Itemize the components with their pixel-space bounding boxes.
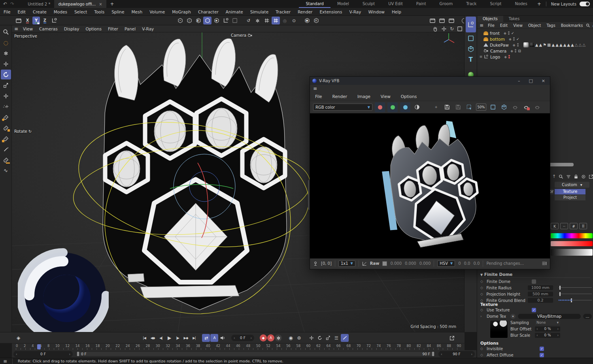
axis-x-button[interactable]: X: [24, 17, 31, 25]
tag-tri-o-icon[interactable]: △: [575, 43, 578, 47]
panel-tab-objects[interactable]: Objects: [477, 16, 503, 22]
render-last-icon[interactable]: [511, 103, 519, 111]
sketch-tool-icon[interactable]: ∿: [1, 166, 11, 175]
next-frame-button[interactable]: |▶: [174, 334, 181, 342]
add-tab-button[interactable]: +: [110, 1, 114, 7]
rotate-tool-icon[interactable]: [1, 70, 11, 79]
menu-modes[interactable]: Modes: [50, 9, 71, 14]
vfb-title-bar[interactable]: V-Ray VFB – □ ×: [310, 77, 550, 85]
green-channel-button[interactable]: [387, 102, 398, 112]
quantize-grid-icon[interactable]: [272, 17, 280, 25]
autokey-button[interactable]: A: [267, 334, 274, 341]
polygons-mode-icon[interactable]: ◧: [194, 17, 202, 25]
layer-icon[interactable]: ◈: [513, 43, 516, 47]
workspace-tab-sculpt[interactable]: Sculpt: [356, 0, 381, 8]
tag-checker-icon[interactable]: ▦: [547, 43, 551, 47]
tree-row-dukepaw[interactable]: DukePaw◈▲▲⚑▦▲▲▲▲▲▲△△△: [477, 42, 593, 48]
scale-tool-icon[interactable]: [1, 80, 11, 90]
lasso-selection-icon[interactable]: ◌: [1, 38, 11, 47]
transform-tool-icon[interactable]: [1, 91, 11, 101]
menu-render[interactable]: Render: [294, 9, 316, 14]
record-keyframe-button[interactable]: ◆: [260, 334, 267, 341]
slider-finite-radius[interactable]: [559, 286, 592, 290]
menu-select[interactable]: Select: [71, 9, 91, 14]
checkbox-finite-dome[interactable]: [532, 279, 536, 284]
layer-icon[interactable]: ◈: [510, 49, 513, 53]
menu-extensions[interactable]: Extensions: [316, 9, 346, 14]
menu-v-ray[interactable]: V-Ray: [346, 9, 364, 14]
pin-icon[interactable]: [313, 261, 318, 266]
tag-tri-icon[interactable]: ▲: [552, 43, 555, 47]
vfb-menu-render[interactable]: Render: [327, 94, 352, 99]
alpha-channel-icon[interactable]: [413, 103, 421, 111]
tag-tri-icon[interactable]: ▲: [535, 43, 538, 47]
tag-tri-icon[interactable]: ▲: [563, 43, 567, 47]
checkbox-affect-diffuse[interactable]: ✓: [540, 353, 544, 357]
menu-tools[interactable]: Tools: [91, 9, 108, 14]
axis-z-button[interactable]: Z: [41, 17, 49, 25]
add-workspace-button[interactable]: +: [534, 1, 544, 7]
vfb-menu-view[interactable]: View: [376, 94, 396, 99]
menu-simulate[interactable]: Simulate: [247, 9, 272, 14]
layer-icon[interactable]: ◈: [504, 55, 507, 59]
slider-projection-height[interactable]: [559, 292, 592, 296]
range-slider[interactable]: 0 F 90 F: [76, 351, 435, 356]
keyframe-rotation-icon[interactable]: [316, 334, 324, 342]
scrollbar-thumb[interactable]: [548, 163, 574, 166]
menu-tracker[interactable]: Tracker: [272, 9, 294, 14]
model-mode-icon[interactable]: [203, 17, 212, 25]
document-tab-untitled[interactable]: Untitled 2 *: [24, 0, 54, 8]
tab-texture[interactable]: Texture: [555, 189, 585, 194]
color-mode-dropdown[interactable]: HSV▼: [437, 260, 455, 267]
visibility-dots[interactable]: [517, 43, 519, 47]
keyframe-selection-icon[interactable]: [341, 334, 349, 342]
checkbox-invisible[interactable]: ✓: [540, 347, 544, 351]
snap-grid-icon[interactable]: [263, 17, 271, 25]
object-name[interactable]: front: [490, 31, 500, 36]
workspace-tab-track[interactable]: Track: [459, 0, 483, 8]
workspace-tab-nodes[interactable]: Nodes: [508, 0, 534, 8]
attr-filter-icon[interactable]: [566, 174, 571, 179]
current-frame-stepper[interactable]: ‹ 0 F ›: [231, 335, 254, 341]
object-name[interactable]: Logo: [490, 55, 500, 59]
dolly-icon[interactable]: [441, 26, 447, 32]
snap-radial-icon[interactable]: ◎: [281, 17, 289, 25]
tag-tri-icon[interactable]: ▲: [567, 43, 570, 47]
record-rotation-icon[interactable]: ⊚: [295, 334, 303, 342]
viewport-menu-cameras[interactable]: Cameras: [36, 26, 61, 31]
saturation-gradient-bar[interactable]: [551, 241, 593, 246]
keyframe-parameters-icon[interactable]: ☰: [332, 334, 340, 342]
picker-mode--[interactable]: ⠿: [579, 223, 587, 229]
object-name[interactable]: Camera: [490, 49, 506, 53]
blur-scale-stepper[interactable]: ‹ 0 % ›: [535, 333, 560, 338]
blur-offset-stepper[interactable]: ‹ 0 % ›: [535, 326, 560, 332]
cube-panel-icon[interactable]: [466, 44, 476, 54]
menu-volume[interactable]: Volume: [146, 9, 168, 14]
viewport-menu-options[interactable]: Options: [82, 26, 105, 31]
field-finite-radius[interactable]: 1000 mm: [528, 285, 553, 290]
new-layouts-button[interactable]: New Layouts: [548, 2, 580, 6]
soft-move-tool-icon[interactable]: ∴: [1, 102, 11, 111]
visibility-dots[interactable]: [508, 31, 510, 35]
finite-dome-header[interactable]: ▼ Finite Dome: [480, 272, 590, 278]
pan-icon[interactable]: [432, 26, 438, 32]
record-position-icon[interactable]: ◉: [287, 334, 295, 342]
keyframe-position-icon[interactable]: [308, 334, 315, 342]
tag-tri-icon[interactable]: ▲: [559, 43, 563, 47]
workplane-icon[interactable]: [230, 17, 239, 25]
tab-project[interactable]: Project: [555, 195, 585, 200]
vfb-menu-file[interactable]: File: [310, 94, 327, 99]
state-icon[interactable]: ✓: [516, 37, 519, 41]
viewport-menu-panel[interactable]: Panel: [121, 26, 139, 31]
layout-toggle[interactable]: [580, 2, 590, 6]
workspace-tab-script[interactable]: Script: [483, 0, 508, 8]
dome-tex-value[interactable]: VRayBitmap: [518, 314, 581, 319]
menu-character[interactable]: Character: [195, 9, 222, 14]
viewport-settings-icon[interactable]: [14, 17, 23, 25]
loop-mode-button[interactable]: ⇄: [202, 334, 210, 342]
maximize-view-icon[interactable]: [457, 26, 463, 32]
menu-edit[interactable]: Edit: [14, 9, 29, 14]
render-icon[interactable]: [533, 103, 542, 111]
menu-window[interactable]: Window: [365, 9, 388, 14]
lightmix-icon[interactable]: ✦: [432, 103, 440, 111]
